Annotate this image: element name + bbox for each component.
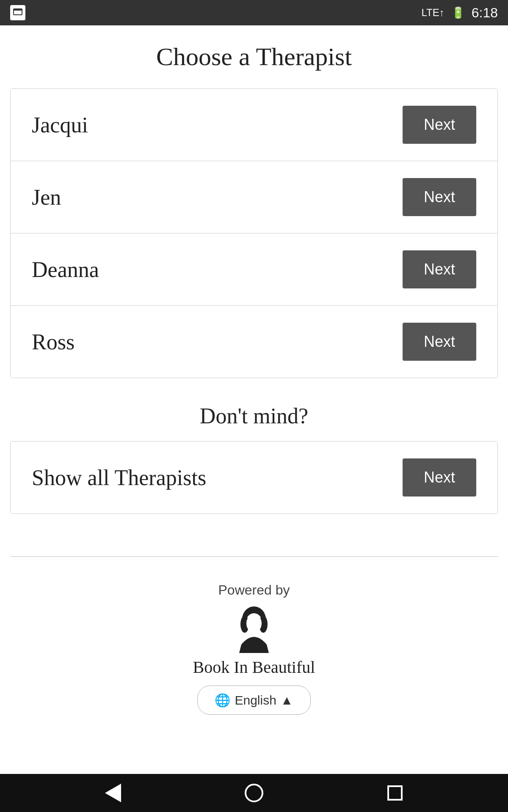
therapist-row: Ross Next <box>11 306 497 378</box>
back-icon <box>105 784 121 802</box>
language-selector[interactable]: 🌐 English ▲ <box>197 686 310 715</box>
therapist-row: Jacqui Next <box>11 89 497 161</box>
next-button-jen[interactable]: Next <box>403 178 476 216</box>
therapist-name-jen: Jen <box>32 185 61 210</box>
next-button-jacqui[interactable]: Next <box>403 106 476 144</box>
globe-icon: 🌐 <box>215 693 230 708</box>
back-nav-button[interactable] <box>100 780 126 806</box>
language-label: English <box>235 693 276 708</box>
main-content: Choose a Therapist Jacqui Next Jen Next … <box>0 25 508 774</box>
status-bar-right: LTE↑ 🔋 6:18 <box>421 5 498 21</box>
home-icon <box>245 784 263 802</box>
show-all-list: Show all Therapists Next <box>10 441 498 514</box>
status-bar-left <box>10 5 25 20</box>
therapist-name-jacqui: Jacqui <box>32 112 88 137</box>
chevron-up-icon: ▲ <box>281 693 293 708</box>
divider <box>10 556 498 557</box>
footer: Powered by Book In Beautiful <box>10 574 498 732</box>
page-title: Choose a Therapist <box>10 42 498 71</box>
recents-icon <box>387 785 403 801</box>
therapist-list: Jacqui Next Jen Next Deanna Next Ross Ne… <box>10 88 498 378</box>
time-display: 6:18 <box>472 5 498 21</box>
bottom-nav-bar <box>0 774 508 812</box>
powered-by-text: Powered by <box>218 582 290 598</box>
svg-point-6 <box>246 614 262 633</box>
brand-logo: Book In Beautiful <box>193 606 315 677</box>
next-button-show-all[interactable]: Next <box>403 458 476 497</box>
recents-nav-button[interactable] <box>382 780 408 806</box>
therapist-row: Jen Next <box>11 161 497 233</box>
next-button-deanna[interactable]: Next <box>403 250 476 288</box>
home-nav-button[interactable] <box>241 780 267 806</box>
therapist-name-ross: Ross <box>32 329 75 354</box>
dont-mind-section: Don't mind? Show all Therapists Next <box>10 403 498 514</box>
show-all-label: Show all Therapists <box>32 465 206 490</box>
therapist-row: Deanna Next <box>11 233 497 306</box>
svg-rect-1 <box>14 9 22 11</box>
brand-logo-icon <box>233 606 275 653</box>
show-all-row: Show all Therapists Next <box>11 442 497 513</box>
therapist-name-deanna: Deanna <box>32 257 99 282</box>
next-button-ross[interactable]: Next <box>403 323 476 361</box>
svg-rect-7 <box>251 632 257 637</box>
battery-icon: 🔋 <box>451 6 465 19</box>
brand-name-text: Book In Beautiful <box>193 657 315 677</box>
app-icon <box>10 5 25 20</box>
status-bar: LTE↑ 🔋 6:18 <box>0 0 508 25</box>
dont-mind-title: Don't mind? <box>10 403 498 428</box>
signal-icon: LTE↑ <box>421 7 444 19</box>
